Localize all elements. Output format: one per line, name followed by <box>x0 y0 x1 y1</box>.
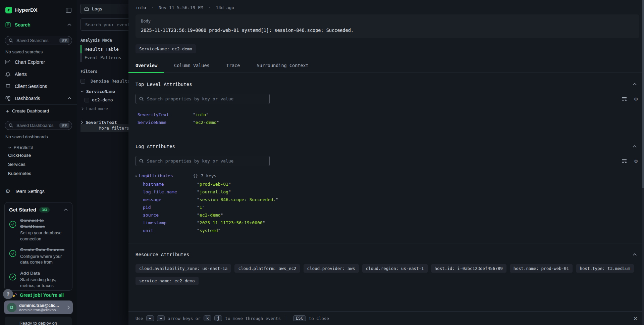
step-title: Connect to ClickHouse <box>20 218 60 229</box>
resource-chip[interactable]: host.name: prod-web-01 <box>510 264 573 273</box>
section-title: Resource Attributes <box>136 252 189 257</box>
sidebar-item-search[interactable]: Search <box>0 19 77 31</box>
app-title: HyperDX <box>15 7 66 13</box>
preset-clickhouse[interactable]: ClickHouse <box>0 151 77 160</box>
saved-searches-input[interactable] <box>16 38 57 43</box>
sidebar-item-label: Dashboards <box>15 96 40 101</box>
chevron-right-icon <box>80 121 83 124</box>
resource-chip[interactable]: cloud.region: us-east-1 <box>362 264 428 273</box>
get-started-item[interactable]: Add Data Start sending logs, metrics, or… <box>9 270 68 289</box>
attribute-value: 2025-11-11T23:56:19+0000 <box>197 219 265 227</box>
search-icon <box>139 159 144 163</box>
mode-results-table[interactable]: Results Table <box>77 45 129 53</box>
collapse-section-icon[interactable] <box>633 145 637 148</box>
chevron-up-icon[interactable] <box>67 24 71 26</box>
create-dashboard-button[interactable]: + Create Dashboard <box>0 105 77 116</box>
preset-kubernetes[interactable]: Kubernetes <box>0 169 77 178</box>
scrollbar[interactable] <box>642 0 644 325</box>
get-started-item[interactable]: Create Data Sources Configure where your… <box>9 247 68 265</box>
tab-trace[interactable]: Trace <box>226 60 240 73</box>
scrollbar-thumb[interactable] <box>642 0 644 188</box>
detail-tabs: Overview Column Values Trace Surrounding… <box>128 60 644 73</box>
deploy-banner[interactable]: Ready to deploy on <box>5 317 72 325</box>
service-name-tag[interactable]: ServiceName: ec2-demo <box>136 44 196 53</box>
gear-icon[interactable]: ⚙ <box>634 158 638 164</box>
property-search-input[interactable] <box>146 158 266 164</box>
line-wrap-icon[interactable] <box>622 159 627 164</box>
search-icon <box>9 123 13 128</box>
sidebar-item-client-sessions[interactable]: Client Sessions <box>0 80 77 92</box>
sidebar-item-label: Alerts <box>15 72 27 77</box>
attribute-row[interactable]: timestamp 2025-11-11T23:56:19+0000 <box>135 219 644 227</box>
expand-caret-icon[interactable]: ▼ <box>135 173 139 180</box>
presets-toggle[interactable]: PRESETS <box>0 141 77 151</box>
resource-chip[interactable]: service.name: ec2-demo <box>136 277 199 285</box>
hyperdx-logo-icon <box>5 7 12 13</box>
event-header: info · Nov 11 5:56:19 PM · 14d ago <box>128 0 644 10</box>
attribute-row[interactable]: ServiceName ec2-demo <box>138 119 644 126</box>
sidebar-collapse-icon[interactable] <box>66 8 71 13</box>
resource-chip[interactable]: host.type: t3.medium <box>576 264 634 273</box>
search-icon <box>139 97 144 101</box>
saved-dashboards-search[interactable]: ⌘K <box>5 121 72 130</box>
tab-surrounding-context[interactable]: Surrounding Context <box>257 60 308 73</box>
close-icon[interactable]: × <box>634 315 637 322</box>
property-search-input[interactable] <box>146 96 266 102</box>
event-timestamp: Nov 11 5:56:19 PM <box>159 5 203 10</box>
collapse-section-icon[interactable] <box>633 253 637 256</box>
search-nav-icon <box>5 22 11 28</box>
attribute-row[interactable]: SeverityText info <box>138 111 644 119</box>
ec2-demo-checkbox[interactable] <box>85 98 89 102</box>
attribute-value: 1 <box>197 203 205 211</box>
property-search[interactable] <box>136 94 270 104</box>
dot-separator: · <box>206 5 213 10</box>
attribute-row[interactable]: message session-846.scope: Succeeded. <box>135 196 644 203</box>
preset-services[interactable]: Services <box>0 160 77 169</box>
sidebar-item-dashboards[interactable]: Dashboards <box>0 92 77 104</box>
gear-icon: ⚙ <box>5 189 11 194</box>
chevron-up-icon[interactable] <box>67 97 71 100</box>
search-icon <box>9 38 13 43</box>
tab-column-values[interactable]: Column Values <box>174 60 210 73</box>
mode-event-patterns[interactable]: Event Patterns <box>77 53 129 62</box>
resource-chip[interactable]: cloud.provider: aws <box>304 264 359 273</box>
attribute-row[interactable]: unit systemd <box>135 227 644 234</box>
filter-group-servicename[interactable]: ServiceName <box>77 86 129 95</box>
denoise-filter[interactable]: Denoise Results <box>77 76 129 86</box>
filter-value-label: ec2-demo <box>92 97 113 102</box>
filter-value-ec2-demo[interactable]: ec2-demo <box>77 95 129 105</box>
sidebar-item-alerts[interactable]: Alerts <box>0 68 77 80</box>
property-search[interactable] <box>136 156 270 166</box>
sidebar-item-team-settings[interactable]: ⚙ Team Settings <box>0 185 77 197</box>
step-desc: Configure where your data comes from <box>20 253 68 265</box>
attribute-row[interactable]: source ec2-demo <box>135 211 644 219</box>
chevron-up-icon[interactable] <box>64 208 68 211</box>
tree-root-meta: {} 7 keys <box>193 172 216 180</box>
resource-chip[interactable]: cloud.availability_zone: us-east-1a <box>136 264 231 273</box>
line-wrap-icon[interactable] <box>622 97 627 101</box>
resource-chip[interactable]: host.id: i-0abc123def456789 <box>431 264 506 273</box>
resource-chip[interactable]: cloud.platform: aws_ec2 <box>234 264 300 273</box>
gear-icon[interactable]: ⚙ <box>634 96 638 102</box>
collapse-section-icon[interactable] <box>633 83 637 86</box>
attribute-row[interactable]: pid 1 <box>135 203 644 211</box>
tab-overview[interactable]: Overview <box>136 60 157 73</box>
esc-key: ESC <box>293 315 306 321</box>
load-more-button[interactable]: Load more <box>77 105 129 113</box>
sidebar-item-chart-explorer[interactable]: Chart Explorer <box>0 56 77 68</box>
saved-searches-search[interactable]: ⌘K <box>5 36 72 45</box>
help-button[interactable]: ? <box>3 289 13 299</box>
event-age: 14d ago <box>216 5 234 10</box>
user-menu[interactable]: D dominic.tran@clic... dominic.tran@clic… <box>4 300 73 314</box>
avatar: D <box>7 303 16 312</box>
plus-icon: + <box>6 108 9 113</box>
hint-text: to close <box>309 316 329 321</box>
saved-dashboards-input[interactable] <box>16 123 57 128</box>
tree-root-key: LogAttributes <box>139 172 193 180</box>
denoise-checkbox[interactable] <box>80 79 85 84</box>
attribute-row[interactable]: hostname prod-web-01 <box>135 180 644 188</box>
tree-root-row[interactable]: ▼ LogAttributes {} 7 keys <box>135 172 644 180</box>
section-top-level-attributes: Top Level Attributes ⚙ SeverityText info <box>128 73 644 135</box>
attribute-row[interactable]: log.file.name journal.log <box>135 188 644 196</box>
get-started-item[interactable]: Connect to ClickHouse Set up your databa… <box>9 218 68 242</box>
